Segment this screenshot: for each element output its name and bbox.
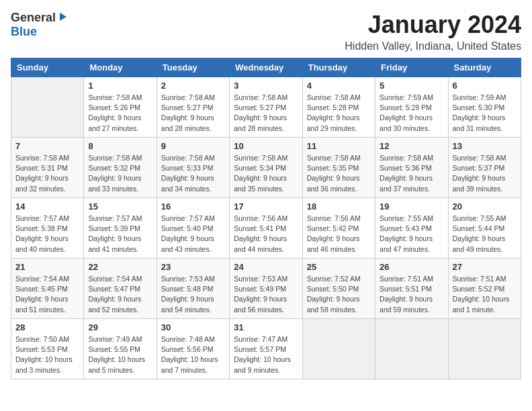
day-number: 8 <box>88 141 152 151</box>
day-number: 19 <box>380 201 443 212</box>
calendar-title: January 2024 <box>345 11 521 39</box>
logo-general-text: General <box>11 11 56 25</box>
day-number: 21 <box>15 262 79 272</box>
day-info: Sunrise: 7:51 AMSunset: 5:51 PMDaylight:… <box>380 274 443 315</box>
calendar-cell: 11Sunrise: 7:58 AMSunset: 5:35 PMDayligh… <box>302 138 375 198</box>
calendar-cell <box>302 319 375 379</box>
calendar-week-row: 7Sunrise: 7:58 AMSunset: 5:31 PMDaylight… <box>11 138 521 198</box>
calendar-cell: 2Sunrise: 7:58 AMSunset: 5:27 PMDaylight… <box>157 77 229 138</box>
calendar-cell: 4Sunrise: 7:58 AMSunset: 5:28 PMDaylight… <box>302 77 375 138</box>
calendar-header-friday: Friday <box>375 58 448 77</box>
day-number: 27 <box>453 262 517 272</box>
calendar-cell: 30Sunrise: 7:48 AMSunset: 5:56 PMDayligh… <box>157 319 229 379</box>
day-info: Sunrise: 7:57 AMSunset: 5:38 PMDaylight:… <box>15 214 79 255</box>
calendar-cell <box>375 319 448 379</box>
calendar-week-row: 28Sunrise: 7:50 AMSunset: 5:53 PMDayligh… <box>11 319 521 379</box>
calendar-cell: 21Sunrise: 7:54 AMSunset: 5:45 PMDayligh… <box>11 259 84 319</box>
calendar-header-sunday: Sunday <box>11 58 84 77</box>
calendar-week-row: 14Sunrise: 7:57 AMSunset: 5:38 PMDayligh… <box>11 198 521 259</box>
calendar-header-row: SundayMondayTuesdayWednesdayThursdayFrid… <box>11 58 521 77</box>
day-number: 9 <box>161 141 225 151</box>
calendar-cell <box>448 319 521 379</box>
day-number: 10 <box>234 141 298 151</box>
calendar-header-monday: Monday <box>84 58 157 77</box>
day-number: 5 <box>380 81 443 91</box>
day-number: 7 <box>15 141 79 151</box>
calendar-subtitle: Hidden Valley, Indiana, United States <box>345 40 521 52</box>
calendar-header-tuesday: Tuesday <box>157 58 229 77</box>
day-number: 11 <box>307 141 371 151</box>
day-info: Sunrise: 7:54 AMSunset: 5:47 PMDaylight:… <box>88 274 152 315</box>
page-header: General Blue January 2024 Hidden Valley,… <box>11 11 521 52</box>
day-number: 31 <box>234 322 298 332</box>
calendar-header-thursday: Thursday <box>302 58 375 77</box>
calendar-table: SundayMondayTuesdayWednesdayThursdayFrid… <box>11 58 521 379</box>
calendar-cell: 24Sunrise: 7:53 AMSunset: 5:49 PMDayligh… <box>230 259 302 319</box>
day-info: Sunrise: 7:58 AMSunset: 5:28 PMDaylight:… <box>307 93 371 134</box>
day-info: Sunrise: 7:50 AMSunset: 5:53 PMDaylight:… <box>15 334 79 375</box>
calendar-cell: 6Sunrise: 7:59 AMSunset: 5:30 PMDaylight… <box>448 77 521 138</box>
day-number: 18 <box>307 201 371 212</box>
day-number: 26 <box>380 262 443 272</box>
day-number: 3 <box>234 81 298 91</box>
day-info: Sunrise: 7:58 AMSunset: 5:34 PMDaylight:… <box>234 153 298 194</box>
calendar-cell: 3Sunrise: 7:58 AMSunset: 5:27 PMDaylight… <box>230 77 302 138</box>
day-info: Sunrise: 7:55 AMSunset: 5:43 PMDaylight:… <box>380 214 443 255</box>
calendar-cell: 27Sunrise: 7:51 AMSunset: 5:52 PMDayligh… <box>448 259 521 319</box>
day-info: Sunrise: 7:59 AMSunset: 5:30 PMDaylight:… <box>453 93 517 134</box>
day-info: Sunrise: 7:59 AMSunset: 5:29 PMDaylight:… <box>380 93 443 134</box>
calendar-cell: 9Sunrise: 7:58 AMSunset: 5:33 PMDaylight… <box>157 138 229 198</box>
calendar-cell <box>11 77 84 138</box>
day-info: Sunrise: 7:56 AMSunset: 5:41 PMDaylight:… <box>234 214 298 255</box>
day-number: 15 <box>88 201 152 212</box>
day-info: Sunrise: 7:53 AMSunset: 5:48 PMDaylight:… <box>161 274 225 315</box>
day-info: Sunrise: 7:47 AMSunset: 5:57 PMDaylight:… <box>234 334 298 375</box>
calendar-cell: 16Sunrise: 7:57 AMSunset: 5:40 PMDayligh… <box>157 198 229 259</box>
calendar-cell: 23Sunrise: 7:53 AMSunset: 5:48 PMDayligh… <box>157 259 229 319</box>
day-info: Sunrise: 7:52 AMSunset: 5:50 PMDaylight:… <box>307 274 371 315</box>
calendar-cell: 8Sunrise: 7:58 AMSunset: 5:32 PMDaylight… <box>84 138 157 198</box>
calendar-cell: 1Sunrise: 7:58 AMSunset: 5:26 PMDaylight… <box>84 77 157 138</box>
calendar-cell: 10Sunrise: 7:58 AMSunset: 5:34 PMDayligh… <box>230 138 302 198</box>
calendar-cell: 22Sunrise: 7:54 AMSunset: 5:47 PMDayligh… <box>84 259 157 319</box>
day-info: Sunrise: 7:57 AMSunset: 5:40 PMDaylight:… <box>161 214 225 255</box>
day-number: 12 <box>380 141 443 151</box>
day-number: 16 <box>161 201 225 212</box>
calendar-week-row: 1Sunrise: 7:58 AMSunset: 5:26 PMDaylight… <box>11 77 521 138</box>
day-number: 4 <box>307 81 371 91</box>
day-number: 20 <box>453 201 517 212</box>
day-number: 30 <box>161 322 225 332</box>
day-number: 6 <box>453 81 517 91</box>
calendar-cell: 31Sunrise: 7:47 AMSunset: 5:57 PMDayligh… <box>230 319 302 379</box>
day-number: 22 <box>88 262 152 272</box>
day-info: Sunrise: 7:58 AMSunset: 5:32 PMDaylight:… <box>88 153 152 194</box>
day-number: 25 <box>307 262 371 272</box>
calendar-cell: 17Sunrise: 7:56 AMSunset: 5:41 PMDayligh… <box>230 198 302 259</box>
calendar-cell: 28Sunrise: 7:50 AMSunset: 5:53 PMDayligh… <box>11 319 84 379</box>
day-number: 28 <box>15 322 79 332</box>
day-number: 2 <box>161 81 225 91</box>
day-info: Sunrise: 7:48 AMSunset: 5:56 PMDaylight:… <box>161 334 225 375</box>
day-info: Sunrise: 7:54 AMSunset: 5:45 PMDaylight:… <box>15 274 79 315</box>
day-number: 23 <box>161 262 225 272</box>
day-info: Sunrise: 7:58 AMSunset: 5:37 PMDaylight:… <box>453 153 517 194</box>
calendar-cell: 7Sunrise: 7:58 AMSunset: 5:31 PMDaylight… <box>11 138 84 198</box>
calendar-body: 1Sunrise: 7:58 AMSunset: 5:26 PMDaylight… <box>11 77 521 379</box>
day-info: Sunrise: 7:58 AMSunset: 5:31 PMDaylight:… <box>15 153 79 194</box>
day-number: 13 <box>453 141 517 151</box>
calendar-cell: 13Sunrise: 7:58 AMSunset: 5:37 PMDayligh… <box>448 138 521 198</box>
day-info: Sunrise: 7:56 AMSunset: 5:42 PMDaylight:… <box>307 214 371 255</box>
calendar-cell: 18Sunrise: 7:56 AMSunset: 5:42 PMDayligh… <box>302 198 375 259</box>
day-info: Sunrise: 7:58 AMSunset: 5:35 PMDaylight:… <box>307 153 371 194</box>
calendar-header-wednesday: Wednesday <box>230 58 302 77</box>
calendar-title-area: January 2024 Hidden Valley, Indiana, Uni… <box>345 11 521 52</box>
logo: General Blue <box>11 11 68 39</box>
day-number: 17 <box>234 201 298 212</box>
day-info: Sunrise: 7:49 AMSunset: 5:55 PMDaylight:… <box>88 334 152 375</box>
calendar-cell: 15Sunrise: 7:57 AMSunset: 5:39 PMDayligh… <box>84 198 157 259</box>
day-number: 29 <box>88 322 152 332</box>
calendar-cell: 5Sunrise: 7:59 AMSunset: 5:29 PMDaylight… <box>375 77 448 138</box>
calendar-cell: 25Sunrise: 7:52 AMSunset: 5:50 PMDayligh… <box>302 259 375 319</box>
calendar-header-saturday: Saturday <box>448 58 521 77</box>
calendar-cell: 20Sunrise: 7:55 AMSunset: 5:44 PMDayligh… <box>448 198 521 259</box>
